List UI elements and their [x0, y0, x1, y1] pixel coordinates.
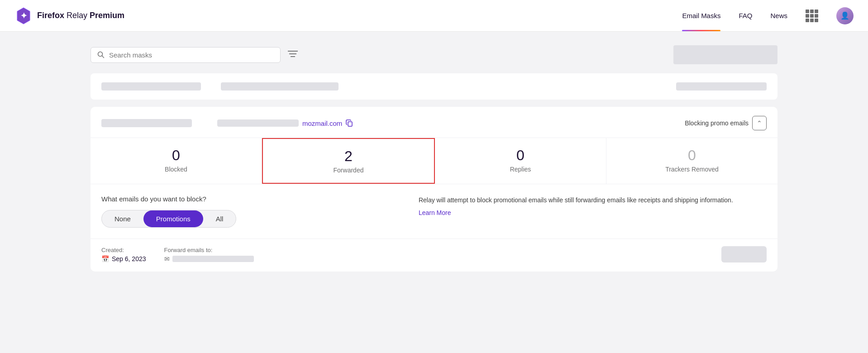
block-toggle-group: None Promotions All: [101, 210, 236, 228]
calendar-icon: 📅: [101, 255, 109, 262]
forwarded-value: 2: [274, 148, 423, 165]
logo: ✦ Firefox Relay Premium: [14, 7, 124, 25]
block-option-promotions[interactable]: Promotions: [143, 210, 203, 227]
block-option-none[interactable]: None: [102, 210, 143, 227]
mask-email: mozmail.com: [302, 119, 342, 127]
avatar[interactable]: 👤: [836, 7, 854, 24]
blocking-badge: Blocking promo emails ⌃: [685, 116, 767, 130]
forward-item: Forward emails to: ✉: [164, 247, 254, 262]
nav-news[interactable]: News: [770, 12, 787, 19]
mask-email-placeholder: [217, 119, 299, 127]
expanded-section: What emails do you want to block? None P…: [91, 184, 777, 239]
trackers-value: 0: [617, 147, 767, 164]
header: ✦ Firefox Relay Premium Email Masks FAQ …: [0, 0, 868, 32]
trackers-label: Trackers Removed: [617, 166, 767, 173]
apps-grid-icon[interactable]: [806, 10, 818, 22]
mask-email-area: mozmail.com: [217, 119, 353, 127]
replies-label: Replies: [446, 166, 595, 173]
block-options: What emails do you want to block? None P…: [101, 195, 391, 228]
svg-rect-8: [348, 122, 352, 126]
svg-text:✦: ✦: [20, 11, 27, 20]
nav-faq[interactable]: FAQ: [739, 12, 752, 19]
block-option-all[interactable]: All: [203, 210, 236, 227]
forward-label: Forward emails to:: [164, 247, 254, 253]
forward-email-placeholder: [172, 256, 254, 262]
app-title: Firefox Relay Premium: [37, 11, 124, 20]
footer-action-placeholder: [721, 246, 767, 262]
block-options-title: What emails do you want to block?: [101, 195, 391, 203]
blocked-value: 0: [101, 147, 251, 164]
stat-trackers: 0 Trackers Removed: [606, 138, 777, 184]
copy-icon[interactable]: [346, 119, 353, 127]
stat-replies: 0 Replies: [435, 138, 606, 184]
stat-placeholder-3: [676, 82, 767, 91]
stat-placeholder-2: [221, 82, 339, 91]
replies-value: 0: [446, 147, 595, 164]
nav-email-masks[interactable]: Email Masks: [682, 12, 720, 19]
top-right-placeholder: [673, 45, 777, 64]
mask-name-placeholder: [101, 119, 192, 127]
created-label: Created:: [101, 247, 146, 253]
created-date: Sep 6, 2023: [112, 255, 146, 262]
header-nav: Email Masks FAQ News 👤: [682, 7, 854, 24]
search-row: [91, 45, 777, 64]
forwarded-label: Forwarded: [274, 167, 423, 174]
promo-text: Relay will attempt to block promotional …: [419, 195, 767, 205]
stat-placeholder-1: [101, 82, 201, 91]
promo-description: Relay will attempt to block promotional …: [419, 195, 767, 228]
blocking-label: Blocking promo emails: [685, 119, 749, 127]
learn-more-link[interactable]: Learn More: [419, 209, 451, 216]
forward-value: ✉: [164, 255, 254, 262]
blocked-label: Blocked: [101, 166, 251, 173]
created-value: 📅 Sep 6, 2023: [101, 255, 146, 262]
toggle-button[interactable]: ⌃: [752, 116, 767, 130]
top-stats-row: [91, 73, 777, 100]
stat-blocked: 0 Blocked: [91, 138, 262, 184]
mask-card: mozmail.com Blocking promo emails ⌃ 0 Bl…: [91, 107, 777, 272]
search-container: [91, 47, 281, 63]
mask-footer: Created: 📅 Sep 6, 2023 Forward emails to…: [91, 239, 777, 272]
mail-icon: ✉: [164, 255, 170, 262]
mask-header: mozmail.com Blocking promo emails ⌃: [91, 107, 777, 138]
search-icon: [97, 51, 105, 58]
main-content: mozmail.com Blocking promo emails ⌃ 0 Bl…: [0, 32, 868, 285]
search-input[interactable]: [109, 51, 274, 59]
stat-forwarded: 2 Forwarded: [262, 138, 435, 184]
svg-line-4: [102, 56, 104, 58]
created-item: Created: 📅 Sep 6, 2023: [101, 247, 146, 262]
stats-row: 0 Blocked 2 Forwarded 0 Replies 0 Tracke…: [91, 138, 777, 184]
firefox-logo-icon: ✦: [14, 7, 33, 25]
filter-icon[interactable]: [288, 50, 298, 60]
